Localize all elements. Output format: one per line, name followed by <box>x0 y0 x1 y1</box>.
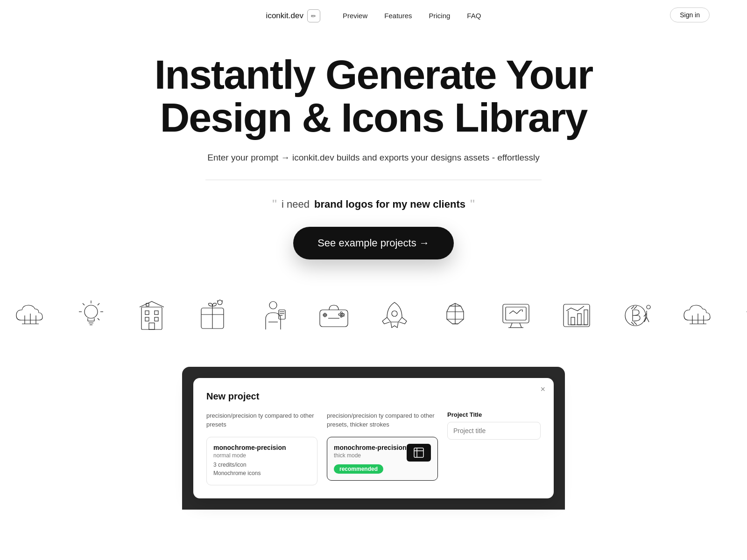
strip-item-calendar <box>182 292 243 339</box>
svg-point-44 <box>340 312 342 314</box>
strip-item-bulb <box>61 292 121 339</box>
preset2-icon-preview <box>407 444 431 462</box>
rocket-icon <box>376 297 413 334</box>
svg-line-68 <box>634 322 637 325</box>
nav-faq[interactable]: FAQ <box>467 12 481 20</box>
book-icon <box>412 446 425 459</box>
col2-description: precision/precision ty compared to other… <box>327 411 438 429</box>
preset-card-2[interactable]: monochrome-precision thick mode <box>327 437 438 481</box>
svg-line-28 <box>217 301 218 301</box>
logo-text: iconkit.dev <box>266 11 303 21</box>
hero-section: Instantly Generate Your Design & Icons L… <box>0 30 747 259</box>
modal-col-1: precision/precision ty compared to other… <box>206 411 317 485</box>
preview-window: × New project precision/precision ty com… <box>182 367 565 510</box>
strip-item-cloud <box>0 292 61 339</box>
svg-line-6 <box>98 303 99 305</box>
see-example-projects-button[interactable]: See example projects → <box>293 227 454 259</box>
svg-line-9 <box>83 303 85 305</box>
preset-card-1[interactable]: monochrome-precision normal mode 3 credi… <box>206 437 317 485</box>
bulb-icon <box>72 297 110 334</box>
strip-item-building <box>121 292 182 339</box>
svg-rect-32 <box>279 310 285 319</box>
svg-line-65 <box>631 306 634 309</box>
strip-item-rocket <box>364 292 425 339</box>
recommended-badge: recommended <box>334 464 383 474</box>
hero-title-line1: Instantly Generate Your <box>155 51 593 98</box>
cloud2-icon <box>679 297 717 334</box>
strip-item-brain <box>425 292 486 339</box>
svg-point-4 <box>85 305 98 318</box>
svg-rect-61 <box>571 317 575 325</box>
hero-title-line2: Design & Icons Library <box>160 94 587 140</box>
svg-line-55 <box>510 323 512 328</box>
bulb2-icon <box>740 297 747 334</box>
svg-line-66 <box>634 306 637 309</box>
prompt-area: " i need brand logos for my new clients … <box>93 197 654 212</box>
gamepad-icon <box>315 297 352 334</box>
strip-item-bitcoin <box>607 292 668 339</box>
building-icon <box>133 297 170 334</box>
logo-link[interactable]: iconkit.dev ✏ <box>266 9 320 22</box>
cta-container: See example projects → <box>93 227 654 259</box>
nav-pricing[interactable]: Pricing <box>429 12 451 20</box>
icon-strip <box>0 292 747 339</box>
svg-rect-18 <box>155 311 158 315</box>
modal-right-col: Project Title <box>447 411 541 485</box>
svg-rect-16 <box>141 307 162 329</box>
svg-line-67 <box>631 322 634 325</box>
logo-icon: ✏ <box>307 9 320 22</box>
svg-point-30 <box>269 301 277 309</box>
preset2-name: monochrome-precision <box>334 444 407 451</box>
brain-icon <box>437 297 474 334</box>
svg-rect-62 <box>578 314 581 325</box>
modal-title: New project <box>206 391 541 402</box>
cloud-icon <box>12 297 49 334</box>
preset1-credits: 3 credits/icon <box>213 462 310 468</box>
strip-item-bulb2 <box>728 292 747 339</box>
project-title-label: Project Title <box>447 411 541 418</box>
svg-rect-20 <box>155 317 158 321</box>
strip-item-cloud2 <box>668 292 728 339</box>
chart-icon <box>558 297 595 334</box>
col1-description: precision/precision ty compared to other… <box>206 411 317 429</box>
strip-item-monitor <box>486 292 546 339</box>
strip-item-person <box>243 292 303 339</box>
strip-item-chart <box>546 292 607 339</box>
project-title-input[interactable] <box>447 422 541 440</box>
svg-rect-63 <box>584 310 588 325</box>
person-icon <box>254 297 292 334</box>
new-project-modal: × New project precision/precision ty com… <box>193 378 554 498</box>
svg-rect-19 <box>145 317 149 321</box>
hero-subtitle: Enter your prompt → iconkit.dev builds a… <box>93 153 654 163</box>
svg-point-69 <box>647 305 650 309</box>
prompt-prefix: i need <box>282 198 310 210</box>
preset2-mode: thick mode <box>334 452 407 459</box>
svg-rect-17 <box>145 311 149 315</box>
modal-close-button[interactable]: × <box>540 385 545 394</box>
strip-item-gamepad <box>303 292 364 339</box>
hero-title: Instantly Generate Your Design & Icons L… <box>93 53 654 140</box>
svg-point-41 <box>338 314 340 315</box>
svg-rect-54 <box>506 307 526 320</box>
quote-left-icon: " <box>272 197 277 212</box>
svg-point-26 <box>218 300 222 305</box>
prompt-keyword: brand logos for my new clients <box>314 198 465 210</box>
svg-rect-21 <box>149 323 155 329</box>
preset1-mode: normal mode <box>213 452 310 459</box>
calendar-gift-icon <box>194 297 231 334</box>
modal-body: precision/precision ty compared to other… <box>206 411 541 485</box>
navbar: iconkit.dev ✏ Preview Features Pricing F… <box>0 0 747 30</box>
svg-rect-98 <box>414 448 423 457</box>
preset1-name: monochrome-precision <box>213 444 310 451</box>
svg-line-56 <box>520 323 521 328</box>
svg-rect-58 <box>564 304 590 327</box>
nav-links: Preview Features Pricing FAQ <box>343 12 481 20</box>
nav-preview[interactable]: Preview <box>343 12 367 20</box>
svg-line-8 <box>98 318 99 320</box>
nav-features[interactable]: Features <box>384 12 412 20</box>
monitor-icon <box>497 297 535 334</box>
icon-strip-wrapper <box>0 292 747 339</box>
svg-point-46 <box>392 311 397 316</box>
bitcoin-icon <box>619 297 656 334</box>
signin-button[interactable]: Sign in <box>670 7 710 22</box>
